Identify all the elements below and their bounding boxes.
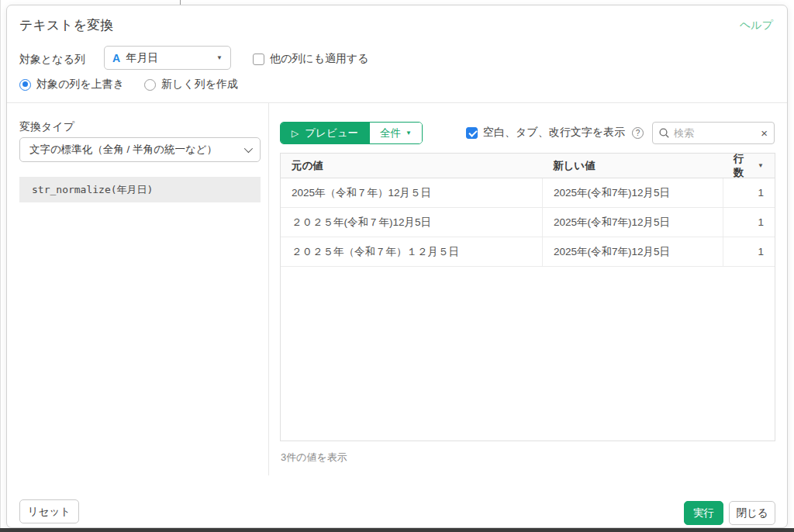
all-rows-dropdown-button[interactable]: 全件 ▼ — [369, 123, 422, 143]
apply-other-columns-label: 他の列にも適用する — [270, 52, 369, 66]
close-button[interactable]: 閉じる — [729, 501, 775, 525]
chevron-down-icon — [244, 144, 253, 153]
row-count-cell: 1 — [723, 237, 775, 266]
preview-button-label: プレビュー — [305, 126, 358, 140]
transform-type-select[interactable]: 文字の標準化（全角 / 半角の統一など） — [19, 137, 261, 162]
checkbox-unchecked-icon — [253, 54, 264, 65]
show-whitespace-label: 空白、タブ、改行文字を表示 — [483, 126, 625, 140]
sort-desc-icon: ▼ — [758, 162, 764, 169]
values-shown-note: 3件の値を表示 — [281, 451, 347, 465]
clear-search-icon[interactable]: × — [761, 127, 768, 139]
preview-table: 元の値 新しい値 行数 ▼ 2025年（令和７年）12月５日 2025年(令和7… — [280, 153, 775, 441]
target-column-value: 年月日 — [126, 51, 216, 65]
play-icon: ▷ — [292, 128, 299, 139]
original-value-cell: 2025年（令和７年）12月５日 — [281, 178, 542, 207]
search-icon — [659, 128, 669, 138]
header-original-value[interactable]: 元の値 — [281, 154, 542, 178]
radio-overwrite-label: 対象の列を上書き — [36, 78, 124, 92]
reset-button[interactable]: リセット — [19, 499, 79, 523]
preview-button[interactable]: ▷ プレビュー — [281, 123, 369, 143]
row-count-cell: 1 — [723, 178, 775, 207]
transform-type-label: 変換タイプ — [19, 120, 74, 134]
table-header-row: 元の値 新しい値 行数 ▼ — [281, 154, 775, 178]
apply-other-columns-checkbox[interactable]: 他の列にも適用する — [253, 52, 369, 66]
search-box: × — [652, 122, 775, 144]
caret-down-icon: ▼ — [406, 130, 412, 136]
radio-create-column[interactable]: 新しく列を作成 — [144, 78, 238, 92]
target-column-label: 対象となる列 — [19, 53, 85, 67]
help-link[interactable]: ヘルプ — [740, 19, 773, 33]
chevron-down-icon: ▼ — [216, 54, 223, 61]
target-column-select[interactable]: A 年月日 ▼ — [104, 46, 231, 70]
convert-text-dialog: テキストを変換 ヘルプ 対象となる列 A 年月日 ▼ 他の列にも適用する 対象の… — [6, 5, 788, 528]
table-row[interactable]: ２０２５年（令和７年）１２月５日 2025年(令和7年)12月5日 1 — [281, 237, 775, 267]
horizontal-divider — [7, 102, 787, 103]
help-question-icon[interactable]: ? — [632, 127, 644, 139]
backdrop-bottom — [0, 528, 794, 532]
checkbox-checked-icon — [466, 127, 478, 139]
original-value-cell: ２０２５年（令和７年）１２月５日 — [281, 237, 542, 266]
run-button[interactable]: 実行 — [684, 501, 723, 525]
table-row[interactable]: ２０２５年(令和７年)12月5日 2025年(令和7年)12月5日 1 — [281, 208, 775, 237]
header-row-count-label: 行数 — [734, 152, 754, 180]
table-body: 2025年（令和７年）12月５日 2025年(令和7年)12月5日 1 ２０２５… — [281, 178, 775, 267]
all-rows-label: 全件 — [380, 126, 401, 140]
transform-code-chip[interactable]: str_normalize(年月日) — [19, 177, 261, 202]
original-value-cell: ２０２５年(令和７年)12月5日 — [281, 208, 542, 237]
transform-type-value: 文字の標準化（全角 / 半角の統一など） — [29, 143, 244, 157]
row-count-cell: 1 — [723, 208, 775, 237]
backdrop-left-line — [0, 0, 1, 528]
output-mode-radios: 対象の列を上書き 新しく列を作成 — [19, 78, 238, 92]
radio-overwrite-column[interactable]: 対象の列を上書き — [19, 78, 124, 92]
radio-selected-icon — [19, 79, 31, 91]
preview-button-group: ▷ プレビュー 全件 ▼ — [280, 122, 423, 144]
new-value-cell: 2025年(令和7年)12月5日 — [542, 208, 723, 237]
radio-create-label: 新しく列を作成 — [161, 78, 238, 92]
transform-code: str_normalize(年月日) — [32, 183, 153, 197]
search-input[interactable] — [674, 127, 756, 139]
show-whitespace-checkbox[interactable]: 空白、タブ、改行文字を表示 ? — [466, 126, 644, 140]
header-row-count[interactable]: 行数 ▼ — [723, 154, 775, 178]
new-value-cell: 2025年(令和7年)12月5日 — [542, 178, 723, 207]
radio-unselected-icon — [144, 79, 156, 91]
text-type-icon: A — [112, 52, 120, 64]
dialog-title: テキストを変換 — [19, 16, 113, 34]
new-value-cell: 2025年(令和7年)12月5日 — [542, 237, 723, 266]
table-row[interactable]: 2025年（令和７年）12月５日 2025年(令和7年)12月5日 1 — [281, 178, 775, 208]
header-new-value[interactable]: 新しい値 — [542, 154, 723, 178]
vertical-divider — [268, 103, 269, 475]
